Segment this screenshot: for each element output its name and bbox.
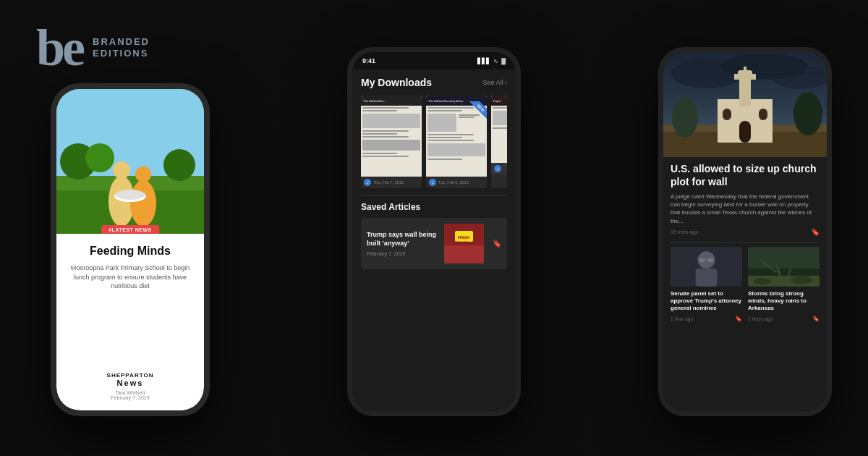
download-item-2[interactable]: The Dallas Morning News xyxy=(426,96,487,188)
sub-article-2[interactable]: Storms bring strong winds, heavy rains t… xyxy=(748,247,820,322)
sub-headline-1: Senate panel set to approve Trump's atto… xyxy=(671,290,742,312)
latest-news-tag: #LATEST NEWS xyxy=(101,225,159,234)
thumb-content-1 xyxy=(361,106,422,177)
svg-point-7 xyxy=(113,161,130,179)
svg-rect-30 xyxy=(759,109,767,120)
main-meta-row: 15 mins ago 🔖 xyxy=(671,228,820,236)
check-icon-2: ✓ xyxy=(429,179,436,186)
download-thumb-2: The Dallas Morning News xyxy=(426,96,487,177)
saved-section: Saved Articles Trump says wall being bui… xyxy=(361,202,507,269)
storm-image xyxy=(748,247,820,287)
svg-rect-29 xyxy=(723,109,731,120)
phone-left-screen: #LATEST NEWS Feeding Minds Mooroopna Par… xyxy=(56,89,204,410)
svg-point-11 xyxy=(116,190,145,200)
status-icons: ▋▋▋ ∿ ▓ xyxy=(477,58,506,64)
svg-rect-40 xyxy=(748,247,820,269)
middle-content: My Downloads See All › The Dallas Mor... xyxy=(352,69,516,411)
newspaper-sub-name: SHEPPARTON xyxy=(107,372,154,379)
svg-rect-28 xyxy=(739,121,751,143)
sub-time-2: 2 hours ago xyxy=(748,316,773,321)
sub-articles: Senate panel set to approve Trump's atto… xyxy=(671,247,820,322)
saved-headline: Trump says wall being built 'anyway' xyxy=(367,231,438,248)
sub-bookmark-1[interactable]: 🔖 xyxy=(735,316,742,322)
svg-point-32 xyxy=(793,92,822,135)
newspaper-name: News xyxy=(107,379,154,387)
article-title: Feeding Minds xyxy=(90,244,171,258)
main-body: A judge ruled Wednesday that the federal… xyxy=(671,193,820,225)
main-time-ago: 15 mins ago xyxy=(671,229,698,235)
saved-section-title: Saved Articles xyxy=(361,202,507,212)
sub-article-1[interactable]: Senate panel set to approve Trump's atto… xyxy=(671,247,742,322)
logo-line1: BRANDED xyxy=(93,36,150,48)
sub-meta-2: 2 hours ago 🔖 xyxy=(748,316,820,322)
news-hero-image: #LATEST NEWS xyxy=(56,89,204,234)
author-info: Tara Whitsed February 7, 2019 xyxy=(111,390,149,400)
svg-point-31 xyxy=(672,97,698,138)
saved-article-date: February 7, 2019 xyxy=(367,251,438,256)
camera-notch xyxy=(423,57,430,64)
right-content: U.S. allowed to size up church plot for … xyxy=(663,157,827,411)
download-thumb-1: The Dallas Mor... xyxy=(361,96,422,177)
downloads-header: My Downloads See All › xyxy=(361,77,507,88)
status-bar: 9:41 ▋▋▋ ∿ ▓ xyxy=(352,52,516,69)
download-item-3[interactable]: Paper ✓ xyxy=(491,96,507,188)
date-text-2: Tue, Feb 5, 2019 xyxy=(438,180,469,185)
logo-letters: be xyxy=(36,22,82,74)
svg-rect-13 xyxy=(444,245,484,263)
thumb-header-1: The Dallas Mor... xyxy=(361,96,422,106)
sub-meta-1: 1 hour ago 🔖 xyxy=(671,316,742,322)
bookmark-icon[interactable]: 🔖 xyxy=(493,240,501,248)
sub-bookmark-2[interactable]: 🔖 xyxy=(812,316,820,322)
article-date: February 7, 2019 xyxy=(111,395,149,400)
download-item-1[interactable]: The Dallas Mor... xyxy=(361,96,422,188)
svg-point-8 xyxy=(130,180,156,227)
phone-right-screen: U.S. allowed to size up church plot for … xyxy=(663,52,827,411)
date-text-1: Thu, Feb 7, 2019 xyxy=(373,180,404,185)
wifi-icon: ∿ xyxy=(493,58,498,64)
svg-rect-36 xyxy=(699,258,705,262)
phone-middle: 9:41 ▋▋▋ ∿ ▓ My Downloads See All › xyxy=(347,47,521,416)
saved-article[interactable]: Trump says wall being built 'anyway' Feb… xyxy=(361,218,507,269)
logo-line2: EDITIONS xyxy=(93,48,150,59)
check-icon-1: ✓ xyxy=(364,179,371,186)
svg-rect-35 xyxy=(696,269,718,287)
signal-icon: ▋▋▋ xyxy=(477,58,490,64)
see-all-link[interactable]: See All › xyxy=(482,79,507,86)
main-bookmark[interactable]: 🔖 xyxy=(811,228,820,236)
svg-rect-27 xyxy=(738,71,752,74)
svg-rect-37 xyxy=(707,258,713,262)
phone-right: U.S. allowed to size up church plot for … xyxy=(658,47,832,416)
sub-time-1: 1 hour ago xyxy=(671,316,693,321)
main-headline: U.S. allowed to size up church plot for … xyxy=(671,163,820,188)
downloads-row: The Dallas Mor... xyxy=(361,96,507,188)
svg-text:THE WALL: THE WALL xyxy=(456,240,472,244)
author-name: Tara Whitsed xyxy=(116,390,145,395)
svg-text:FINISH: FINISH xyxy=(458,235,470,240)
downloads-title: My Downloads xyxy=(361,77,432,88)
svg-point-9 xyxy=(135,166,151,182)
svg-point-47 xyxy=(791,276,812,284)
status-time: 9:41 xyxy=(362,57,375,64)
new-badge: NEW xyxy=(469,101,487,119)
logo-text: BRANDED EDITIONS xyxy=(93,36,150,59)
phone-left: #LATEST NEWS Feeding Minds Mooroopna Par… xyxy=(51,83,210,416)
svg-point-5 xyxy=(163,149,195,181)
divider-2 xyxy=(671,242,820,242)
phone-left-content: Feeding Minds Mooroopna Park Primary Sch… xyxy=(56,234,204,410)
saved-article-image: FINISH THE WALL xyxy=(444,224,484,263)
divider xyxy=(361,195,507,196)
download-date-2: ✓ Tue, Feb 5, 2019 xyxy=(426,177,487,188)
download-date-1: ✓ Thu, Feb 7, 2019 xyxy=(361,177,422,188)
phone-middle-screen: 9:41 ▋▋▋ ∿ ▓ My Downloads See All › xyxy=(352,52,516,411)
sub-headline-2: Storms bring strong winds, heavy rains t… xyxy=(748,290,820,312)
main-container: be BRANDED EDITIONS xyxy=(0,0,868,456)
article-description: Mooroopna Park Primary School to begin l… xyxy=(65,263,195,291)
svg-point-46 xyxy=(754,278,771,285)
battery-icon: ▓ xyxy=(501,58,506,64)
church-hero-image xyxy=(663,52,827,157)
svg-point-4 xyxy=(85,143,114,172)
senate-image xyxy=(671,247,742,287)
logo-area: be BRANDED EDITIONS xyxy=(36,22,150,74)
newspaper-logo: SHEPPARTON News xyxy=(107,372,154,387)
saved-text-area: Trump says wall being built 'anyway' Feb… xyxy=(367,231,438,256)
